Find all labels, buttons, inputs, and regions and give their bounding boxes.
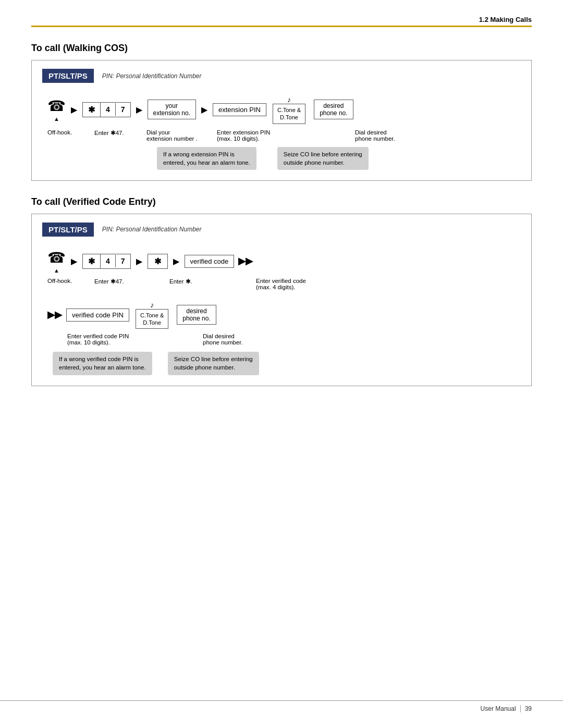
arrow-6: ▶ xyxy=(173,256,179,266)
section2-badge: PT/SLT/PS xyxy=(42,223,94,237)
key-4-2: 4 xyxy=(101,255,116,267)
callout-wrong-pin-1: If a wrong extension PIN is entered, you… xyxy=(157,147,256,170)
callout-seize-co-1: Seize CO line before entering outside ph… xyxy=(277,147,369,170)
footer-inner: User Manual 39 xyxy=(481,705,532,712)
section2-pt-row: PT/SLT/PS PIN: Personal Identification N… xyxy=(42,223,521,237)
section2: To call (Verified Code Entry) PT/SLT/PS … xyxy=(31,196,532,386)
label-offhook-2: Off-hook. xyxy=(47,278,94,284)
label-offhook-1: Off-hook. xyxy=(47,129,94,135)
label-dial-desired-1: Dial desired phone number. xyxy=(355,129,423,142)
tone-label-1: C.Tone & D.Tone xyxy=(273,104,305,124)
header-bar: 1.2 Making Calls xyxy=(31,16,532,27)
verified-code-box: verified code xyxy=(185,255,235,268)
key-4: 4 xyxy=(101,103,116,116)
section1-pin-note: PIN: Personal Identification Number xyxy=(102,72,202,80)
section2-pin-note: PIN: Personal Identification Number xyxy=(102,226,202,233)
section2-diagram: PT/SLT/PS PIN: Personal Identification N… xyxy=(31,214,532,386)
section1-title: To call (Walking COS) xyxy=(31,43,532,54)
section2-title: To call (Verified Code Entry) xyxy=(31,196,532,207)
tone-label-2: C.Tone & D.Tone xyxy=(136,309,168,329)
label-enter-ext-pin: Enter extension PIN (max. 10 digits). xyxy=(217,129,303,142)
verified-code-pin-box: verified code PIN xyxy=(66,309,129,322)
key-group-1: ✱ 4 7 xyxy=(82,102,131,117)
key-group-2: ✱ 4 7 xyxy=(82,254,131,269)
footer-divider xyxy=(520,705,521,712)
label-enter-star: Enter ✱. xyxy=(169,278,237,285)
phone-icon-2: ☎ ▲ xyxy=(47,249,66,274)
key-star: ✱ xyxy=(83,103,101,117)
page-footer: User Manual 39 xyxy=(0,700,563,712)
extension-pin-box: extension PIN xyxy=(213,103,266,116)
tone-box-2: ♪ C.Tone & D.Tone xyxy=(136,301,168,329)
section1: To call (Walking COS) PT/SLT/PS PIN: Per… xyxy=(31,43,532,181)
tone-box-1: ♪ C.Tone & D.Tone xyxy=(273,95,305,124)
callout-row-2: If a wrong verified code PIN is entered,… xyxy=(42,352,521,375)
double-arrow-1: ▶▶ xyxy=(238,255,253,267)
section1-diagram: PT/SLT/PS PIN: Personal Identification N… xyxy=(31,60,532,181)
key-7: 7 xyxy=(116,103,130,116)
label-dial-desired-2: Dial desired phone number. xyxy=(203,333,307,346)
callout-row-1: If a wrong extension PIN is entered, you… xyxy=(42,147,521,170)
footer-label: User Manual xyxy=(481,705,516,712)
label-dial-your: Dial your extension number . xyxy=(146,129,206,142)
arrow-3: ▶ xyxy=(201,105,207,115)
arrow-4: ▶ xyxy=(71,256,77,266)
label-enter-verified: Enter verified code (max. 4 digits). xyxy=(256,278,360,290)
arrow-5: ▶ xyxy=(136,256,142,266)
phone-icon-1: ☎ ▲ xyxy=(47,97,66,122)
footer-page: 39 xyxy=(525,705,532,712)
arrow-2: ▶ xyxy=(136,105,142,115)
key-star-2: ✱ xyxy=(83,254,101,268)
star-box-2: ✱ xyxy=(148,254,168,269)
key-7-2: 7 xyxy=(116,255,130,267)
desired-phone-box-1: desired phone no. xyxy=(314,100,353,119)
header-title: 1.2 Making Calls xyxy=(479,16,532,23)
label-enter47-2: Enter ✱47. xyxy=(94,278,162,285)
label-enter47-1: Enter ✱47. xyxy=(94,129,146,137)
star-symbol-2: ✱ xyxy=(154,256,161,266)
callout-wrong-pin-2: If a wrong verified code PIN is entered,… xyxy=(53,352,152,375)
double-arrow-2: ▶▶ xyxy=(47,309,62,320)
section1-badge: PT/SLT/PS xyxy=(42,69,94,83)
arrow-1: ▶ xyxy=(71,105,77,115)
section1-pt-row: PT/SLT/PS PIN: Personal Identification N… xyxy=(42,69,521,83)
callout-seize-co-2: Seize CO line before entering outside ph… xyxy=(168,352,259,375)
extension-no-box: your extension no. xyxy=(148,100,196,119)
desired-phone-box-2: desired phone no. xyxy=(177,305,216,325)
label-enter-pin: Enter verified code PIN (max. 10 digits)… xyxy=(67,333,172,346)
